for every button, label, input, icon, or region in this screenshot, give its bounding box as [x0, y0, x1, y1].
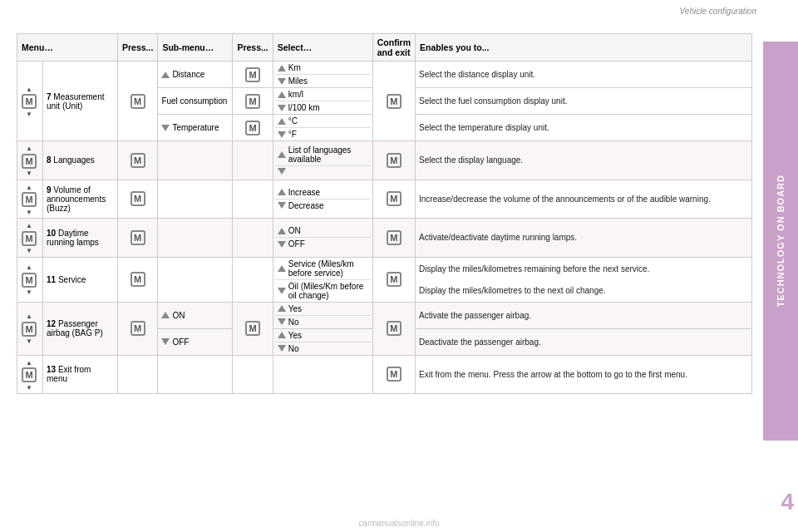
table-row: ▲ M ▼ 8 Languages M List of languages av… — [17, 141, 752, 180]
row12-menu: 12 Passenger airbag (BAG P) — [43, 302, 118, 355]
row7-press2-fuel: M — [233, 88, 273, 115]
row8-menu: 8 Languages — [43, 141, 118, 180]
row13-submenu — [158, 355, 233, 394]
row7-select-temp: °C °F — [273, 115, 372, 141]
row10-enables: Activate/deactivate daytime running lamp… — [416, 219, 752, 258]
row13-press1 — [118, 355, 158, 394]
row7-press2-temp: M — [233, 115, 273, 141]
row7-arrows: ▲ M ▼ — [17, 62, 43, 141]
row12-select-off: Yes No — [273, 328, 372, 355]
row11-select: Service (Miles/km before service) Oil (M… — [273, 257, 372, 302]
row10-select: ON OFF — [273, 219, 372, 258]
bottom-logo: carmanualsonline.info — [358, 519, 439, 528]
row12-select-on: Yes No — [273, 302, 372, 328]
row12-press2: M — [233, 302, 273, 355]
row9-enables: Increase/decrease the volume of the anno… — [416, 180, 752, 219]
col-confirm: Confirm and exit — [372, 34, 415, 62]
col-enables: Enables you to... — [416, 34, 752, 62]
row7-enables-temp: Select the temperature display unit. — [416, 115, 752, 141]
row13-press2 — [233, 355, 273, 394]
table-row: ▲ M ▼ 13 Exit from menu M Exit from the … — [17, 355, 752, 394]
row12-arrows: ▲ M ▼ — [17, 302, 43, 355]
row7-sub-temp: Temperature — [158, 115, 233, 141]
row8-select: List of languages available — [273, 141, 372, 180]
row13-confirm: M — [372, 355, 415, 394]
row10-submenu — [158, 219, 233, 258]
col-select: Select… — [273, 34, 372, 62]
col-press1: Press... — [118, 34, 158, 62]
col-submenu: Sub-menu… — [158, 34, 233, 62]
row9-select: Increase Decrease — [273, 180, 372, 219]
row7-select-fuel: km/l l/100 km — [273, 88, 372, 115]
row8-confirm: M — [372, 141, 415, 180]
row10-press2 — [233, 219, 273, 258]
table-row: ▲ M ▼ 7 Measurement unit (Unit) M Distan… — [17, 62, 752, 88]
page-header: Vehicle configuration — [680, 7, 756, 16]
row9-press1: M — [118, 180, 158, 219]
row11-enables: Display the miles/kilometres remaining b… — [416, 257, 752, 302]
row12-sub-on: ON — [158, 302, 233, 328]
table-row: ▲ M ▼ 9 Volume of announcements (Buzz) M… — [17, 180, 752, 219]
row7-enables-dist: Select the distance display unit. — [416, 62, 752, 88]
row11-menu: 11 Service — [43, 257, 118, 302]
main-table-wrapper: Menu… Press... Sub-menu… Press... Select… — [17, 33, 752, 515]
row10-confirm: M — [372, 219, 415, 258]
right-tab-label: TECHNOLOGY ON BOARD — [776, 175, 786, 307]
row12-sub-off: OFF — [158, 328, 233, 355]
row7-enables-fuel: Select the fuel consumption display unit… — [416, 88, 752, 115]
row12-press1: M — [118, 302, 158, 355]
row7-sub-fuel: Fuel consumption — [158, 88, 233, 115]
col-press2: Press... — [233, 34, 273, 62]
row11-arrows: ▲ M ▼ — [17, 257, 43, 302]
row8-arrows: ▲ M ▼ — [17, 141, 43, 180]
row10-press1: M — [118, 219, 158, 258]
right-tab: TECHNOLOGY ON BOARD — [763, 42, 798, 441]
row10-arrows: ▲ M ▼ — [17, 219, 43, 258]
row11-confirm: M — [372, 257, 415, 302]
row11-press1: M — [118, 257, 158, 302]
row11-press2 — [233, 257, 273, 302]
row9-arrows: ▲ M ▼ — [17, 180, 43, 219]
row11-submenu — [158, 257, 233, 302]
row9-press2 — [233, 180, 273, 219]
row9-submenu — [158, 180, 233, 219]
row8-enables: Select the display language. — [416, 141, 752, 180]
row7-press2-dist: M — [233, 62, 273, 88]
row7-confirm: M — [372, 62, 415, 141]
page-number: 4 — [781, 489, 794, 515]
row7-sub-distance: Distance — [158, 62, 233, 88]
row12-enables-on: Activate the passenger airbag. — [416, 302, 752, 328]
row9-confirm: M — [372, 180, 415, 219]
table-row: ▲ M ▼ 12 Passenger airbag (BAG P) M ON M… — [17, 302, 752, 328]
row7-select-dist: Km Miles — [273, 62, 372, 88]
row13-menu: 13 Exit from menu — [43, 355, 118, 394]
row7-menu: 7 Measurement unit (Unit) — [43, 62, 118, 141]
row13-enables: Exit from the menu. Press the arrow at t… — [416, 355, 752, 394]
row13-arrows: ▲ M ▼ — [17, 355, 43, 394]
row8-press1: M — [118, 141, 158, 180]
row13-select — [273, 355, 372, 394]
row8-submenu — [158, 141, 233, 180]
main-table: Menu… Press... Sub-menu… Press... Select… — [17, 33, 752, 394]
table-row: ▲ M ▼ 10 Daytime running lamps M ON OFF … — [17, 219, 752, 258]
col-menu: Menu… — [17, 34, 118, 62]
row12-enables-off: Deactivate the passenger airbag. — [416, 328, 752, 355]
row9-menu: 9 Volume of announcements (Buzz) — [43, 180, 118, 219]
table-row: ▲ M ▼ 11 Service M Service (Miles/km bef… — [17, 257, 752, 302]
row12-confirm: M — [372, 302, 415, 355]
row7-press1: M — [118, 62, 158, 141]
row8-press2 — [233, 141, 273, 180]
row10-menu: 10 Daytime running lamps — [43, 219, 118, 258]
